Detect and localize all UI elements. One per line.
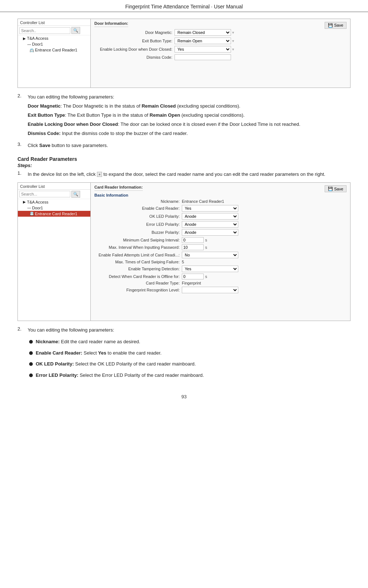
cr-label-nickname: Nickname: — [94, 199, 182, 204]
door-info-ui-panel: Controller List 🔍 ▶ T&A Access — Door1 📇… — [17, 19, 351, 88]
save-button-2[interactable]: 💾 Save — [325, 185, 347, 192]
tree-item-ta-access-2[interactable]: ▶ T&A Access — [18, 199, 90, 205]
section2-text-2: You can editing the following parameters… — [28, 326, 114, 335]
save-button-1[interactable]: 💾 Save — [325, 22, 347, 29]
tree-label-entrance: Entrance Card Reader1 — [35, 48, 77, 52]
tree-label-door1: Door1 — [32, 42, 43, 46]
cr-label-error-led: Error LED Polarity: — [94, 222, 182, 227]
card-icon-2: 📇 — [30, 212, 34, 216]
door-icon-1: — — [27, 42, 31, 46]
cr-row-failed-attempts: Enable Failed Attempts Limit of Card Rea… — [94, 252, 347, 258]
label-dismiss-code: Dismiss Code: — [94, 55, 175, 59]
bullet-enable-card-reader: Enable Card Reader: Select Yes to enable… — [29, 349, 351, 357]
cr-select-failed-attempts[interactable]: NoYes — [182, 252, 238, 258]
cr-select-fp-level[interactable] — [182, 287, 238, 293]
bullet-list: Nickname: Edit the card reader name as d… — [29, 338, 351, 379]
section2-header: Card Reader Parameters Steps: — [17, 156, 351, 168]
form-row-exit-button: Exit Button Type: Remain Open Remain Clo… — [94, 38, 347, 44]
chevron-enable-locking: ▾ — [232, 47, 234, 52]
para-door-magnetic: Door Magnetic: The Door Magnetic is in t… — [28, 102, 300, 110]
card-reader-ui-panel: Controller List 🔍 ▶ T&A Access — Door1 📇… — [17, 182, 351, 321]
tree-item-door1-2[interactable]: — Door1 — [18, 205, 90, 211]
cr-select-ok-led[interactable]: AnodeCathode — [182, 213, 238, 220]
door-info-panel: Door Information: 💾 Save Door Magnetic: … — [91, 19, 350, 88]
steps-section-1: 2. You can editing the following paramet… — [17, 93, 351, 151]
para-intro-1: You can editing the following parameters… — [28, 93, 300, 101]
bullet-text-error-led: Error LED Polarity: Select the Error LED… — [36, 372, 204, 379]
page-header: Fingerprint Time Attendance Terminal · U… — [0, 0, 368, 12]
cr-label-enable-card-reader: Enable Card Reader: — [94, 206, 182, 210]
tree-item-ta-access-1[interactable]: ▶ T&A Access — [18, 35, 90, 41]
cr-row-offline-detect: Detect When Card Reader is Offline for: … — [94, 274, 347, 279]
item-num-3: 3. — [17, 142, 26, 151]
page-number: 93 — [181, 394, 187, 399]
para-save: Click Save button to save parameters. — [28, 142, 108, 150]
cr-input-min-swipe[interactable] — [182, 237, 204, 243]
cr-row-max-failure: Max. Times of Card Swiping Failure: 5 — [94, 260, 347, 264]
expand-icon-inline: + — [97, 172, 102, 177]
cr-unit-min-swipe: s — [205, 238, 207, 242]
tree-item-door1-1[interactable]: — Door1 — [18, 41, 90, 47]
cr-row-max-interval: Max. Interval When Inputting Password: s — [94, 244, 347, 250]
cr-select-enable-card-reader[interactable]: YesNo — [182, 205, 238, 212]
cr-row-type: Card Reader Type: Fingerprint — [94, 281, 347, 285]
search-input-2[interactable] — [19, 191, 70, 197]
controller-list-title-2: Controller List — [18, 183, 90, 190]
search-input-1[interactable] — [19, 27, 70, 34]
cr-select-tampering[interactable]: YesNo — [182, 266, 238, 272]
tree-item-entrance-1[interactable]: 📇 Entrance Card Reader1 — [18, 47, 90, 53]
door-info-title: Door Information: — [94, 21, 128, 27]
section2-num-2: 2. — [17, 326, 26, 335]
section2-numbered-2: 2. You can editing the following paramet… — [17, 326, 351, 335]
chevron-exit-button: ▾ — [232, 39, 234, 43]
cr-label-max-failure: Max. Times of Card Swiping Failure: — [94, 260, 182, 264]
input-dismiss-code[interactable] — [175, 54, 231, 60]
para-dismiss-code: Dismiss Code: Input the dismiss code to … — [28, 129, 300, 138]
bullet-text-nickname: Nickname: Edit the card reader name as d… — [36, 338, 140, 346]
select-enable-locking[interactable]: Yes No — [175, 46, 231, 53]
steps-label-2: Steps: — [17, 163, 351, 168]
bullet-dot-4 — [29, 374, 33, 377]
search-row-1: 🔍 — [18, 26, 90, 35]
header-subtitle: User Manual — [214, 4, 243, 9]
cr-row-error-led: Error LED Polarity: AnodeCathode — [94, 221, 347, 228]
bullet-error-led: Error LED Polarity: Select the Error LED… — [29, 372, 351, 379]
step1-para: In the device list on the left, click + … — [28, 170, 325, 178]
page-footer: 93 — [0, 383, 368, 403]
label-enable-locking: Enable Locking Door when Door Closed: — [94, 47, 175, 51]
para-exit-button: Exit Button Type: The Exit Button Type i… — [28, 111, 300, 119]
tree-item-entrance-2[interactable]: 📇 Entrance Card Reader1 — [18, 211, 90, 217]
cr-input-offline-detect[interactable] — [182, 274, 204, 279]
search-button-1[interactable]: 🔍 — [71, 27, 80, 34]
bullet-dot-2 — [29, 351, 33, 355]
tree-label-ta: T&A Access — [27, 36, 48, 40]
form-row-door-magnetic: Door Magnetic: Remain Closed Remain Open… — [94, 29, 347, 36]
basic-info-label: Basic Information — [94, 193, 347, 197]
cr-row-fp-level: Fingerprint Recognition Level: — [94, 287, 347, 293]
expand-icon-ta-2: ▶ — [23, 200, 26, 204]
expand-icon-1: ▶ — [23, 36, 26, 40]
label-exit-button: Exit Button Type: — [94, 39, 175, 43]
header-dot: · — [211, 4, 214, 9]
cr-value-max-failure: 5 — [182, 260, 184, 264]
section2-title: Card Reader Parameters — [17, 156, 351, 162]
cr-row-tampering: Enable Tampering Detection: YesNo — [94, 266, 347, 272]
search-button-2[interactable]: 🔍 — [71, 191, 80, 198]
cr-row-min-swipe: Minimum Card Swiping Interval: s — [94, 237, 347, 243]
bullet-dot-1 — [29, 340, 33, 344]
step1-text: In the device list on the left, click + … — [28, 170, 325, 179]
cr-input-max-interval[interactable] — [182, 244, 204, 250]
cr-select-error-led[interactable]: AnodeCathode — [182, 221, 238, 228]
select-door-magnetic[interactable]: Remain Closed Remain Open — [175, 29, 231, 36]
header-title: Fingerprint Time Attendance Terminal — [125, 4, 210, 9]
select-exit-button[interactable]: Remain Open Remain Closed — [175, 38, 231, 44]
save-icon-2: 💾 — [328, 186, 333, 191]
card-icon-1: 📇 — [30, 48, 34, 52]
cr-label-min-swipe: Minimum Card Swiping Interval: — [94, 238, 182, 242]
label-door-magnetic: Door Magnetic: — [94, 30, 175, 35]
card-reader-info-title: Card Reader Information: — [94, 185, 143, 191]
cr-row-ok-led: OK LED Polarity: AnodeCathode — [94, 213, 347, 220]
cr-label-max-interval: Max. Interval When Inputting Password: — [94, 245, 182, 249]
cr-select-buzzer[interactable]: AnodeCathode — [182, 229, 238, 236]
cr-value-nickname: Entrance Card Reader1 — [182, 199, 224, 204]
